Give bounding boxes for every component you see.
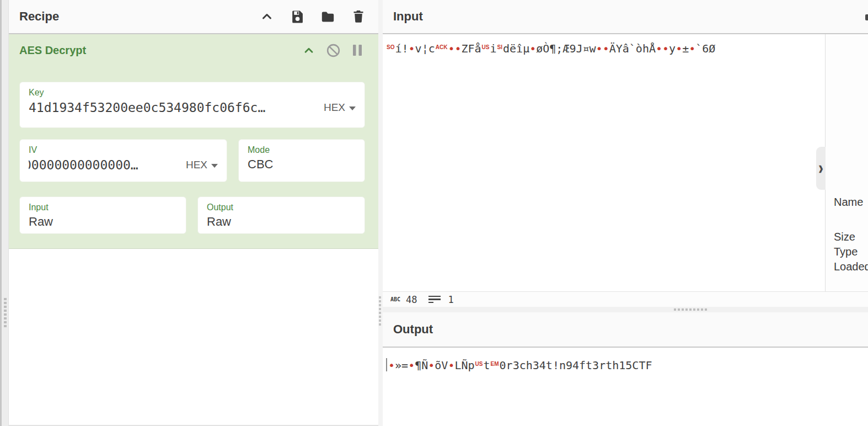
splitter-drag-handle-icon[interactable] — [674, 308, 707, 311]
operation-title: AES Decrypt — [19, 44, 86, 57]
iv-label: IV — [29, 145, 218, 156]
file-type-label: Type — [834, 244, 868, 259]
horizontal-splitter[interactable] — [383, 307, 868, 312]
cyberchef-app: Recipe — [0, 0, 868, 426]
key-type-value: HEX — [324, 102, 345, 114]
key-input[interactable]: 41d1934f53200ee0c534980fc06f6c… — [29, 98, 317, 117]
iv-input[interactable]: 00000000000000… — [29, 156, 179, 174]
text-segment: ± — [682, 42, 689, 55]
nonprintable-char: • — [689, 42, 695, 55]
line-count: 1 — [448, 294, 454, 305]
mode-select[interactable]: CBC — [248, 156, 356, 173]
load-recipe-button[interactable] — [320, 9, 335, 24]
splitter-drag-handle-icon[interactable] — [379, 296, 381, 326]
text-segment: õV — [435, 359, 448, 372]
gutter-drag-handle-icon[interactable] — [4, 298, 7, 327]
file-loaded-label: Loaded — [834, 259, 868, 274]
mode-field: Mode CBC — [238, 139, 365, 182]
recipe-header: Recipe — [9, 0, 378, 34]
caret-down-icon — [211, 164, 218, 168]
text-segment: 0r3ch34t!n94ft3rth15CTF — [500, 359, 652, 372]
file-name-label: Name — [834, 195, 868, 210]
control-char: EM — [490, 361, 500, 367]
input-type-label: Input — [29, 202, 177, 213]
text-segment: y — [669, 42, 676, 55]
key-type-dropdown[interactable]: HEX — [324, 102, 356, 114]
text-segment: `6Ø — [695, 42, 715, 55]
operation-aes-decrypt[interactable]: AES Decrypt — [9, 34, 378, 249]
save-icon — [290, 10, 304, 24]
operations-gutter[interactable] — [0, 0, 9, 426]
text-segment: ÄYâ`òhÅ — [609, 42, 656, 55]
nonprintable-char: • — [388, 359, 395, 372]
input-type-select[interactable]: Raw — [29, 213, 177, 231]
nonprintable-char: • — [676, 42, 682, 55]
trash-icon — [352, 9, 365, 24]
vertical-splitter[interactable] — [378, 0, 383, 426]
save-recipe-button[interactable] — [290, 10, 304, 24]
nonprintable-char: • — [408, 359, 415, 372]
text-segment: í! — [395, 42, 408, 55]
collapse-recipe-button[interactable] — [260, 10, 274, 23]
output-title: Output — [393, 322, 433, 337]
control-char: US — [475, 361, 484, 367]
recipe-title: Recipe — [19, 9, 59, 24]
text-segment: t — [484, 359, 490, 372]
text-cursor — [386, 358, 387, 371]
text-segment: dëîµ — [503, 42, 529, 55]
collapse-operation-button[interactable] — [303, 44, 315, 56]
clear-recipe-button[interactable] — [352, 9, 365, 24]
input-header: Input — [383, 0, 868, 34]
folder-icon — [320, 9, 335, 24]
control-char: SO — [386, 44, 395, 50]
output-type-select[interactable]: Raw — [207, 213, 356, 231]
input-section: Input SOí!•v¦cACK••ZFåUSiSIdëîµ•øÒ¶;Æ9J¤… — [383, 0, 868, 307]
file-panel-toggle[interactable]: ❱ — [816, 147, 826, 190]
line-count-icon — [428, 296, 441, 303]
input-title: Input — [393, 9, 423, 24]
breakpoint-operation-button[interactable] — [352, 44, 363, 57]
ban-icon — [326, 43, 341, 58]
character-count-icon: ABC — [390, 296, 400, 302]
chevron-up-icon — [260, 10, 274, 23]
key-label: Key — [29, 87, 356, 98]
output-text: •»=•¶Ñ•õV•LÑpUStEM0r3ch34t!n94ft3rth15CT… — [386, 356, 865, 374]
output-type-field: Output Raw — [197, 196, 365, 234]
output-editor[interactable]: •»=•¶Ñ•õV•LÑpUStEM0r3ch34t!n94ft3rth15CT… — [383, 348, 868, 426]
text-segment: i — [490, 42, 497, 55]
text-segment: v¦c — [415, 42, 435, 55]
nonprintable-char: •• — [656, 42, 669, 55]
chevron-up-icon — [303, 44, 315, 56]
input-status-bar: ABC 48 1 — [383, 291, 868, 307]
iv-type-dropdown[interactable]: HEX — [186, 159, 218, 171]
output-header: Output — [383, 312, 868, 348]
input-text: SOí!•v¦cACK••ZFåUSiSIdëîµ•øÒ¶;Æ9J¤w••ÄYâ… — [386, 39, 822, 57]
expand-chevron-icon: ❱ — [818, 164, 824, 173]
output-section: Output •»=•¶Ñ•õV•LÑpUStEM0r3ch34t!n94ft3… — [383, 312, 868, 426]
input-editor[interactable]: SOí!•v¦cACK••ZFåUSiSIdëîµ•øÒ¶;Æ9J¤w••ÄYâ… — [383, 34, 825, 291]
iv-field: IV 00000000000000… HEX — [19, 139, 227, 182]
file-size-label: Size — [834, 230, 868, 244]
input-toolbar-partial-icon[interactable] — [865, 14, 868, 20]
nonprintable-char: •• — [448, 42, 461, 55]
text-segment: øÒ¶;Æ9J¤w — [536, 42, 596, 55]
operation-controls — [303, 43, 365, 58]
nonprintable-char: • — [529, 42, 536, 55]
control-char: SI — [497, 44, 503, 50]
disable-operation-button[interactable] — [326, 43, 341, 58]
recipe-toolbar — [260, 9, 365, 24]
key-field: Key 41d1934f53200ee0c534980fc06f6c… HEX — [19, 82, 365, 128]
text-segment: ZFå — [461, 42, 481, 55]
file-info-panel: ❱ Name Size Type Loaded — [825, 34, 868, 291]
pause-icon — [352, 44, 363, 57]
control-char: ACK — [435, 44, 448, 50]
text-segment: »= — [395, 359, 408, 372]
control-char: US — [481, 44, 490, 50]
caret-down-icon — [349, 106, 356, 110]
iv-type-value: HEX — [186, 159, 207, 171]
operation-header: AES Decrypt — [19, 34, 365, 66]
nonprintable-char: •• — [596, 42, 609, 55]
output-type-label: Output — [207, 202, 356, 213]
recipe-drop-area[interactable] — [9, 249, 378, 425]
input-type-field: Input Raw — [19, 196, 186, 234]
